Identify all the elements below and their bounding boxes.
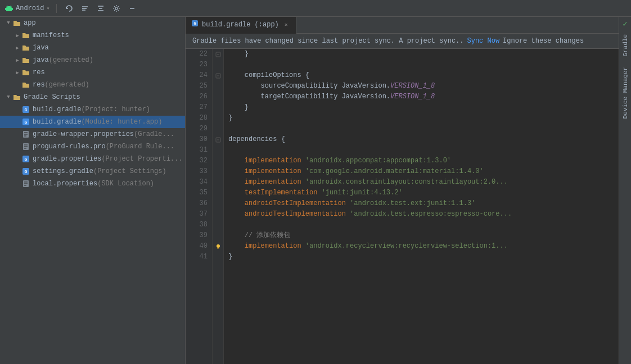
gradle-icon: G	[21, 154, 30, 163]
sync-now-link[interactable]: Sync Now	[467, 37, 499, 45]
code-token: implementation	[228, 166, 305, 177]
tree-item-label: gradle.properties	[33, 155, 101, 163]
tree-arrow: ▶	[13, 44, 21, 52]
file-icon	[21, 142, 30, 151]
minus-button[interactable]	[127, 3, 138, 14]
tree-arrow: ▶	[13, 56, 21, 64]
tree-arrow: ▶	[13, 69, 21, 76]
tab-close-button[interactable]: ✕	[282, 21, 290, 29]
svg-text:G: G	[25, 169, 28, 174]
line-number: 23	[192, 60, 208, 70]
code-line: compileOptions {	[228, 70, 614, 81]
line-number: 29	[192, 124, 208, 134]
line-number: 24	[192, 70, 208, 81]
sidebar-item[interactable]: res (generated)	[0, 79, 185, 91]
tree-item-label: build.gradle	[33, 106, 81, 113]
tab-label: build.gradle (:app)	[202, 21, 279, 29]
svg-rect-1	[7, 6, 11, 8]
tree-item-label: manifests	[33, 31, 69, 39]
sidebar-item[interactable]: Gsettings.gradle (Project Settings)	[0, 165, 185, 178]
tree-item-label: java	[33, 44, 49, 52]
code-token: JavaVersion.	[342, 81, 390, 92]
tree-arrow	[13, 180, 21, 188]
gradle-tab-icon: G	[191, 20, 199, 29]
tree-item-label: local.properties	[33, 180, 97, 188]
tree-item-label: proguard-rules.pro	[33, 143, 106, 151]
file-icon	[21, 130, 30, 139]
code-token: VERSION_1_8	[390, 81, 435, 92]
svg-point-42	[217, 244, 220, 248]
gradle-panel-label[interactable]: Gradle	[622, 30, 629, 61]
gutter-cell	[213, 188, 223, 198]
sidebar-item[interactable]: Gbuild.gradle (Module: hunter.app)	[0, 116, 185, 128]
code-line: targetCompatibility JavaVersion.VERSION_…	[228, 92, 614, 102]
folder-icon	[21, 43, 30, 52]
sidebar-item[interactable]: ▶java (generated)	[0, 54, 185, 66]
sync-button[interactable]	[64, 3, 75, 14]
tree-item-extra: (Module: hunter.app)	[81, 118, 162, 126]
sidebar-item[interactable]: proguard-rules.pro (ProGuard Rule...	[0, 140, 185, 153]
line-number: 26	[192, 92, 208, 102]
sidebar-item[interactable]: Gbuild.gradle (Project: hunter)	[0, 103, 185, 116]
tree-item-label: res	[33, 69, 45, 76]
svg-text:G: G	[25, 157, 28, 162]
sidebar-item[interactable]: ▶res	[0, 66, 185, 79]
code-line: androidTestImplementation 'androidx.test…	[228, 198, 614, 209]
right-panel: ✓ Gradle Device Manager	[619, 17, 631, 364]
code-line: }	[228, 252, 614, 262]
code-token: }	[228, 113, 232, 124]
dropdown-icon: ▾	[46, 5, 49, 12]
code-token: }	[228, 49, 249, 60]
toggle-button[interactable]	[95, 3, 106, 14]
tree-item-label: gradle-wrapper.properties	[33, 130, 134, 138]
code-token: compileOptions	[228, 70, 305, 81]
tree-item-label: Gradle Scripts	[24, 93, 80, 101]
tree-arrow	[13, 118, 21, 126]
code-token: implementation	[228, 156, 305, 166]
gutter-cell	[213, 124, 223, 134]
line-number: 31	[192, 145, 208, 156]
folder-icon	[21, 56, 30, 65]
sidebar-item[interactable]: gradle-wrapper.properties (Gradle...	[0, 128, 185, 140]
tree-arrow	[13, 81, 21, 89]
gutter-cell	[213, 92, 223, 102]
sidebar-item[interactable]: ▼Gradle Scripts	[0, 91, 185, 103]
sidebar-item[interactable]: ▼app	[0, 17, 185, 29]
code-line: sourceCompatibility JavaVersion.VERSION_…	[228, 81, 614, 92]
line-number: 22	[192, 49, 208, 60]
sidebar-item[interactable]: ▶manifests	[0, 29, 185, 42]
code-content[interactable]: } compileOptions { sourceCompatibility J…	[224, 49, 619, 364]
line-number: 33	[192, 166, 208, 177]
gutter	[213, 49, 224, 364]
code-token: {	[305, 70, 309, 81]
code-line	[228, 145, 614, 156]
tree-item-label: settings.gradle	[33, 167, 93, 175]
gutter-cell	[213, 60, 223, 70]
gradle-button[interactable]	[79, 3, 91, 14]
project-selector[interactable]: Android ▾	[4, 4, 49, 13]
sidebar-item[interactable]: ▶java	[0, 42, 185, 54]
sidebar-item[interactable]: local.properties (SDK Location)	[0, 178, 185, 190]
code-token: dependencies	[228, 134, 281, 145]
device-manager-label[interactable]: Device Manager	[622, 62, 629, 123]
line-number: 39	[192, 230, 208, 241]
tree-item-extra: (generated)	[45, 81, 89, 89]
code-line: dependencies {	[228, 134, 614, 145]
sidebar-item[interactable]: Ggradle.properties (Project Properti...	[0, 153, 185, 165]
project-label: Android	[16, 4, 44, 12]
code-line: implementation 'androidx.appcompat:appco…	[228, 156, 614, 166]
tree-item-extra: (Project Settings)	[93, 167, 166, 175]
gutter-cell	[213, 102, 223, 113]
code-token: VERSION_1_8	[390, 92, 435, 102]
gradle-icon: G	[21, 105, 30, 114]
tree-arrow	[13, 167, 21, 175]
tab-build-gradle[interactable]: G build.gradle (:app) ✕	[186, 17, 296, 34]
gradle-icon: G	[21, 167, 30, 176]
notification-text: Gradle files have changed since last pro…	[192, 37, 463, 45]
settings-button[interactable]	[111, 3, 122, 14]
tree-item-extra: (Project Properti...	[101, 155, 182, 163]
folder-icon	[12, 19, 21, 28]
code-token: //	[228, 230, 256, 241]
notification-ignore[interactable]: Ignore these changes	[503, 37, 584, 45]
folder-icon	[21, 68, 30, 77]
